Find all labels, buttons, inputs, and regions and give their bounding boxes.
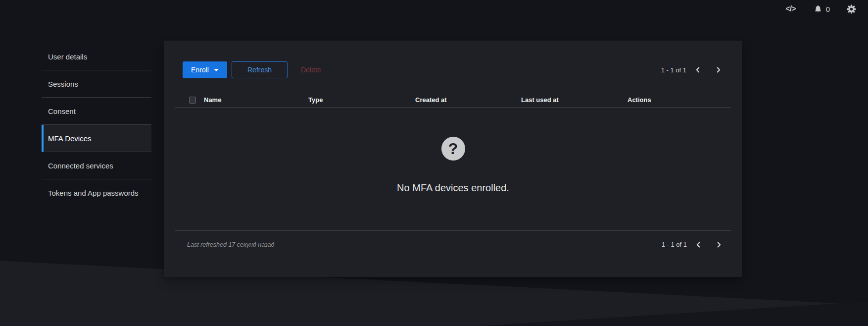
select-all-cell: [175, 97, 198, 104]
next-page-button[interactable]: [715, 66, 722, 73]
column-header-created-at: Created at: [409, 96, 515, 104]
next-page-button[interactable]: [716, 241, 723, 248]
sidebar-item-user-details[interactable]: User details: [42, 43, 151, 70]
enroll-button-label: Enroll: [191, 66, 209, 74]
column-header-actions: Actions: [622, 96, 731, 104]
sidebar-item-mfa-devices[interactable]: MFA Devices: [42, 125, 151, 152]
sidebar-item-consent[interactable]: Consent: [42, 98, 151, 125]
sidebar-item-connected-services[interactable]: Connected services: [42, 152, 151, 179]
bell-icon: [814, 4, 822, 13]
chevron-left-icon: [695, 241, 702, 248]
topbar: </> 0: [0, 0, 868, 18]
notifications-button[interactable]: 0: [814, 4, 830, 13]
sidebar-item-label: User details: [48, 53, 87, 61]
previous-page-button[interactable]: [694, 66, 701, 73]
chevron-left-icon: [694, 66, 701, 73]
chevron-right-icon: [715, 66, 722, 73]
refresh-button[interactable]: Refresh: [232, 61, 288, 78]
mfa-toolbar: Enroll Refresh Delete 1 - 1 of 1: [183, 61, 722, 78]
column-header-name: Name: [198, 96, 302, 104]
chevron-down-icon: [214, 69, 219, 71]
select-all-checkbox[interactable]: [189, 97, 196, 104]
sidebar-item-sessions[interactable]: Sessions: [42, 70, 151, 98]
empty-state-message: No MFA devices enrolled.: [397, 182, 509, 194]
pagination-range-label: 1 - 1 of 1: [662, 241, 687, 248]
previous-page-button[interactable]: [695, 241, 702, 248]
pagination-bottom: 1 - 1 of 1: [662, 241, 723, 248]
notification-count: 0: [826, 5, 830, 13]
enroll-button[interactable]: Enroll: [183, 61, 227, 78]
chevron-right-icon: [716, 241, 723, 248]
empty-state: ? No MFA devices enrolled.: [175, 108, 731, 230]
developer-tools-button[interactable]: </>: [786, 4, 796, 13]
settings-button[interactable]: [847, 4, 856, 14]
column-header-type: Type: [302, 96, 409, 104]
question-mark-icon: ?: [441, 137, 465, 161]
delete-button[interactable]: Delete: [301, 66, 321, 74]
mfa-devices-panel: Enroll Refresh Delete 1 - 1 of 1: [164, 41, 742, 277]
panel-footer: Last refreshed 17 секунд назад 1 - 1 of …: [175, 230, 731, 248]
sidebar-item-label: Tokens and App passwords: [48, 189, 139, 197]
sidebar-item-label: MFA Devices: [48, 134, 92, 143]
table-header-row: Name Type Created at Last used at Action…: [175, 92, 731, 108]
code-icon: </>: [786, 4, 796, 13]
column-header-last-used-at: Last used at: [515, 96, 622, 104]
sidebar-item-label: Consent: [48, 107, 76, 115]
pagination-top: 1 - 1 of 1: [661, 66, 722, 74]
gear-icon: [847, 4, 856, 14]
pagination-range-label: 1 - 1 of 1: [661, 66, 686, 74]
account-nav: User details Sessions Consent MFA Device…: [42, 43, 151, 207]
last-refreshed-label: Last refreshed 17 секунд назад: [187, 241, 274, 248]
mfa-devices-table: Name Type Created at Last used at Action…: [175, 92, 731, 108]
sidebar-item-tokens-app-passwords[interactable]: Tokens and App passwords: [42, 179, 151, 207]
sidebar-item-label: Connected services: [48, 162, 113, 170]
sidebar-item-label: Sessions: [48, 80, 78, 88]
